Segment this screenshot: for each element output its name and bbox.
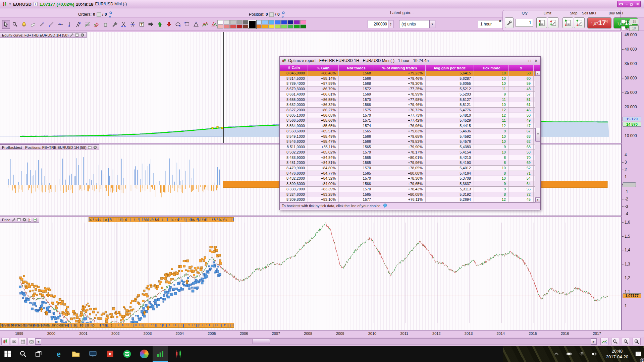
zoom-area-icon[interactable] <box>611 338 619 345</box>
sell-order-doc-icon[interactable] <box>28 218 32 222</box>
ellipse-tool[interactable] <box>174 20 182 29</box>
table-row[interactable]: 8 566,5000+85,66%1571+77,42%5,45291149 <box>280 118 540 123</box>
zigzag-tool[interactable] <box>201 20 209 29</box>
table-row[interactable]: 8 483,9000+84,84%1565+80,01%5,4210870 <box>280 155 540 161</box>
table-row[interactable]: 8 549,1000+85,49%1566+79,65%5,45921063 <box>280 134 540 139</box>
color-swatch[interactable] <box>268 24 274 28</box>
table-row[interactable]: 8 627,2000+86,27%1575+76,72%5,47761246 <box>280 108 540 113</box>
horizontal-scrollbar[interactable]: ◀ ▶ <box>35 338 597 345</box>
edge-browser-icon[interactable]: e <box>51 346 66 362</box>
table-row[interactable]: 8 655,0000+86,55%1570+77,98%5,51271151 <box>280 97 540 103</box>
trendline-tool[interactable] <box>47 20 55 29</box>
tray-expand-icon[interactable] <box>551 346 562 362</box>
y-axis-strip[interactable]: 45 00040 00035 00030 00025 00020 00010 0… <box>622 32 644 330</box>
app-monitor-icon[interactable] <box>85 346 101 362</box>
table-row[interactable]: 8 632,0000+86,32%1566+79,46%5,51211061 <box>280 102 540 108</box>
trading-app-icon[interactable] <box>171 346 186 362</box>
spotify-icon[interactable] <box>119 346 135 362</box>
column-header-nbr-trades[interactable]: Nbr trades <box>339 65 374 71</box>
limit-buy-button[interactable] <box>536 17 547 28</box>
wifi-icon[interactable] <box>576 346 588 362</box>
scroll-down-icon[interactable]: ▼ <box>535 197 540 202</box>
start-button[interactable] <box>0 346 15 362</box>
pointer-tool[interactable] <box>2 20 10 29</box>
trash-tool[interactable] <box>101 20 110 29</box>
arrow-down-tool[interactable] <box>165 20 173 29</box>
dialog-close-button[interactable]: ✕ <box>534 59 538 63</box>
wrench-icon[interactable] <box>69 33 74 37</box>
color-swatch[interactable] <box>236 24 243 28</box>
table-row[interactable]: 8 481,2000+84,81%1565+79,96%5,4193869 <box>280 160 540 166</box>
color-swatch[interactable] <box>275 24 281 28</box>
x-axis-years[interactable]: 1999200020012002200320042005200620072008… <box>0 330 644 337</box>
color-swatch[interactable] <box>262 24 268 28</box>
table-row[interactable]: 8 789,4000+87,89%1568+79,30%5,60551059 <box>280 81 540 86</box>
trade-settings-button[interactable] <box>505 17 514 28</box>
add-chart-icon[interactable] <box>600 338 608 345</box>
limit-sell-button[interactable] <box>548 17 558 28</box>
color-swatch[interactable] <box>230 24 236 28</box>
column-header-gain[interactable]: ⇑ Gain <box>280 65 308 71</box>
table-row[interactable]: 8 476,6000+84,77%1565+80,08%5,4164871 <box>280 171 540 176</box>
color-swatch[interactable] <box>224 20 230 24</box>
detach-tool[interactable] <box>128 20 137 29</box>
pitchfork-tool[interactable] <box>92 20 101 29</box>
table-row[interactable]: 8 338,7000+83,39%1570+78,43%5,3113955 <box>280 187 540 192</box>
volume-icon[interactable] <box>588 346 600 362</box>
zoom-out-icon[interactable] <box>622 338 630 345</box>
table-row[interactable]: 8 309,8000+83,10%1577+76,11%5,26941245 <box>280 197 540 202</box>
expand-panel-icon[interactable]: ▶ <box>499 19 502 22</box>
minimize-button[interactable]: – <box>626 2 628 6</box>
taskbar-clock[interactable]: 20:48 2017-04-20 <box>602 346 632 362</box>
color-swatch[interactable] <box>262 20 268 24</box>
trading-app-active-icon[interactable] <box>153 346 168 362</box>
chevron-down-icon[interactable]: ▼ <box>429 20 435 28</box>
scroll-right-icon[interactable]: ▶ <box>591 339 597 345</box>
fibonacci-tool[interactable] <box>83 20 92 29</box>
chart-style-icon[interactable] <box>1 338 9 345</box>
fork-tool[interactable] <box>74 20 83 29</box>
color-swatch[interactable] <box>287 20 293 24</box>
color-swatch[interactable] <box>224 24 230 28</box>
tools-tool[interactable] <box>110 20 119 29</box>
color-swatch[interactable] <box>268 20 274 24</box>
orders-list-button[interactable] <box>97 12 101 17</box>
table-row[interactable]: 8 502,2000+85,02%1570+78,17%5,41541053 <box>280 150 540 155</box>
keyboard-icon[interactable] <box>619 2 623 6</box>
table-row[interactable]: 8 432,2000+84,32%1570+78,30%5,37081054 <box>280 176 540 181</box>
units-select[interactable]: (x) units ▼ <box>399 20 435 28</box>
segment-tool[interactable] <box>38 20 46 29</box>
hline-tool[interactable] <box>56 20 64 29</box>
instrument-dropdown-icon[interactable]: ▼ <box>9 3 11 6</box>
symbol-label[interactable]: EURUSD <box>13 2 32 7</box>
snapshot-icon[interactable] <box>28 338 36 345</box>
stop-buy-button[interactable] <box>562 17 573 28</box>
color-swatch[interactable] <box>217 20 223 24</box>
dialog-maximize-button[interactable]: □ <box>527 59 532 63</box>
window-icon[interactable] <box>75 33 79 37</box>
triangle-tool[interactable] <box>192 20 200 29</box>
cut-tool[interactable] <box>119 20 128 29</box>
color-swatch[interactable] <box>300 24 306 28</box>
color-swatch[interactable] <box>256 24 262 28</box>
table-scroll-thumb[interactable] <box>535 128 540 142</box>
table-scrollbar[interactable]: ▲ ▼ <box>535 71 540 202</box>
window-icon[interactable] <box>88 145 92 149</box>
info-icon[interactable]: i <box>33 2 38 6</box>
zoom-tool[interactable] <box>11 20 19 29</box>
color-swatch[interactable] <box>230 20 236 24</box>
color-swatch[interactable] <box>294 24 300 28</box>
color-swatch[interactable] <box>236 20 243 24</box>
color-swatch[interactable] <box>275 20 281 24</box>
text-tool[interactable]: T <box>138 20 146 29</box>
table-row[interactable]: 8 564,9000+85,65%1574+76,96%5,44151247 <box>280 123 540 129</box>
column-header--gain[interactable]: % Gain <box>308 65 339 71</box>
table-row[interactable]: 8 661,4000+86,61%1569+78,99%5,5203957 <box>280 92 540 97</box>
scroll-up-icon[interactable]: ▲ <box>535 71 540 76</box>
table-row[interactable]: 8 679,3000+86,79%1572+77,25%5,52121148 <box>280 86 540 92</box>
table-row[interactable]: 8 324,6000+83,25%1565+80,08%5,3192872 <box>280 192 540 197</box>
wrench-icon[interactable] <box>11 218 16 222</box>
buy-order-doc-icon[interactable] <box>33 218 37 222</box>
quantity-input[interactable] <box>368 20 388 28</box>
column-header-avg-gain-per-trade[interactable]: Avg gain per trade <box>426 65 474 71</box>
